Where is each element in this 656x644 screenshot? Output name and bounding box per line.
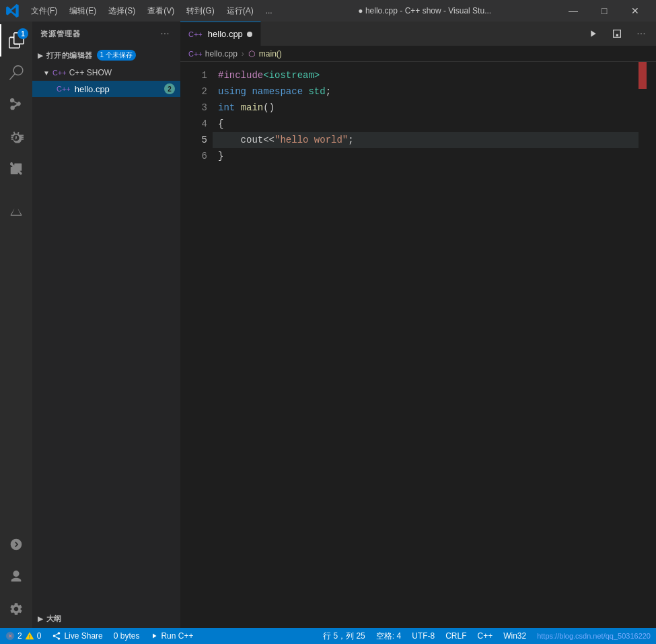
line-numbers: 1 2 3 4 5 6 bbox=[180, 62, 213, 628]
language-status[interactable]: C++ bbox=[472, 631, 498, 641]
split-editor-button[interactable] bbox=[608, 24, 626, 43]
csdn-url-status[interactable]: https://blog.csdn.net/qq_50316220 bbox=[532, 632, 656, 640]
token-semi1: ; bbox=[326, 83, 331, 100]
split-icon bbox=[612, 28, 622, 39]
token-parens: () bbox=[263, 100, 275, 116]
run-button[interactable] bbox=[583, 24, 602, 43]
outline-header[interactable]: ▶ 大纲 bbox=[32, 609, 180, 628]
line-num-6: 6 bbox=[180, 148, 207, 164]
cursor-position-status[interactable]: 行 5，列 25 bbox=[318, 631, 371, 642]
run-cpp-icon bbox=[150, 632, 158, 640]
search-icon bbox=[9, 65, 24, 80]
window-title: ● hello.cpp - C++ show - Visual Stu... bbox=[292, 6, 558, 15]
code-content[interactable]: #include<iostream> using namespace std; … bbox=[213, 62, 639, 628]
file-item-hello-cpp[interactable]: C++ hello.cpp 2 bbox=[32, 81, 180, 97]
sidebar-actions: ··· bbox=[157, 26, 172, 41]
token-string: "hello world" bbox=[275, 132, 348, 148]
filename-label: hello.cpp bbox=[75, 84, 110, 94]
editor-area: C++ hello.cpp ··· C++ bbox=[180, 22, 656, 628]
platform-status[interactable]: Win32 bbox=[498, 631, 532, 641]
code-editor[interactable]: 1 2 3 4 5 6 #include<iostream> using nam… bbox=[180, 62, 656, 628]
live-share-status[interactable]: Live Share bbox=[46, 628, 108, 644]
minimap bbox=[639, 62, 647, 628]
vscode-logo bbox=[5, 3, 20, 18]
run-cpp-status[interactable]: Run C++ bbox=[145, 628, 198, 644]
menu-more[interactable]: ... bbox=[260, 3, 278, 18]
minimize-button[interactable]: — bbox=[558, 0, 589, 22]
more-actions-button[interactable]: ··· bbox=[632, 24, 651, 43]
menu-select[interactable]: 选择(S) bbox=[103, 3, 141, 20]
line-ending-label: CRLF bbox=[445, 631, 466, 641]
activity-account[interactable] bbox=[0, 561, 32, 593]
project-header[interactable]: ▼ C++ C++ SHOW bbox=[32, 65, 180, 81]
activity-search[interactable] bbox=[0, 57, 32, 89]
token-indent bbox=[218, 132, 241, 148]
token-cout: cout bbox=[241, 132, 264, 148]
sidebar-header: 资源管理器 ··· bbox=[32, 22, 180, 46]
editor-tab-hello-cpp[interactable]: C++ hello.cpp bbox=[180, 22, 261, 46]
extensions-icon bbox=[9, 162, 24, 177]
menu-view[interactable]: 查看(V) bbox=[142, 3, 180, 20]
close-button[interactable]: ✕ bbox=[620, 0, 651, 22]
menu-run[interactable]: 运行(A) bbox=[221, 3, 259, 20]
token-space1 bbox=[246, 83, 252, 100]
tab-bar: C++ hello.cpp ··· bbox=[180, 22, 656, 46]
tab-actions: ··· bbox=[583, 22, 656, 46]
menu-goto[interactable]: 转到(G) bbox=[181, 3, 219, 20]
token-std: std bbox=[308, 83, 325, 100]
editor-scrollbar[interactable] bbox=[647, 62, 656, 628]
token-op: << bbox=[263, 132, 275, 148]
breadcrumb-file[interactable]: hello.cpp bbox=[205, 49, 238, 59]
activity-bar-bottom bbox=[0, 528, 32, 628]
token-open-brace: { bbox=[218, 116, 223, 132]
token-using: using bbox=[218, 83, 246, 100]
file-size-label: 0 bytes bbox=[114, 631, 140, 641]
breadcrumb: C++ hello.cpp › ⬡ main() bbox=[180, 46, 656, 62]
sidebar-more-icon[interactable]: ··· bbox=[157, 26, 172, 41]
activity-settings[interactable] bbox=[0, 593, 32, 625]
menu-file[interactable]: 文件(F) bbox=[26, 3, 63, 20]
debug-icon bbox=[9, 130, 24, 145]
unsaved-dot bbox=[247, 32, 252, 37]
token-close-brace: } bbox=[218, 148, 223, 164]
warning-icon bbox=[25, 631, 34, 641]
encoding-label: UTF-8 bbox=[412, 631, 435, 641]
activity-test[interactable] bbox=[0, 194, 32, 226]
errors-status[interactable]: ✕ 2 0 bbox=[0, 628, 46, 644]
activity-bar: 1 bbox=[0, 22, 32, 628]
remote-icon bbox=[9, 538, 23, 551]
encoding-status[interactable]: UTF-8 bbox=[406, 631, 440, 641]
breadcrumb-func[interactable]: main() bbox=[259, 49, 282, 59]
maximize-button[interactable]: □ bbox=[589, 0, 620, 22]
csdn-url-label: https://blog.csdn.net/qq_50316220 bbox=[537, 632, 651, 640]
activity-extensions[interactable] bbox=[0, 153, 32, 186]
activity-explorer[interactable]: 1 bbox=[0, 24, 32, 57]
open-editors-label: ▶ 打开的编辑器 1 个未保存 bbox=[38, 50, 136, 61]
line-ending-status[interactable]: CRLF bbox=[440, 631, 472, 641]
activity-debug[interactable] bbox=[0, 121, 32, 153]
breadcrumb-cpp-icon: C++ bbox=[188, 50, 203, 58]
titlebar: 文件(F) 编辑(E) 选择(S) 查看(V) 转到(G) 运行(A) ... … bbox=[0, 0, 656, 22]
breadcrumb-cube-icon: ⬡ bbox=[248, 49, 255, 59]
live-share-label: Live Share bbox=[64, 631, 102, 641]
titlebar-menu: 文件(F) 编辑(E) 选择(S) 查看(V) 转到(G) 运行(A) ... bbox=[26, 3, 292, 20]
open-editors-section[interactable]: ▶ 打开的编辑器 1 个未保存 bbox=[32, 46, 180, 65]
titlebar-controls: — □ ✕ bbox=[558, 0, 651, 22]
menu-edit[interactable]: 编辑(E) bbox=[64, 3, 102, 20]
activity-source-control[interactable] bbox=[0, 89, 32, 121]
language-label: C++ bbox=[477, 631, 493, 641]
token-int: int bbox=[218, 100, 235, 116]
file-error-badge: 2 bbox=[164, 83, 175, 94]
indentation-label: 空格: 4 bbox=[376, 631, 401, 642]
indentation-status[interactable]: 空格: 4 bbox=[371, 631, 406, 642]
flask-icon bbox=[9, 203, 24, 217]
explorer-badge: 1 bbox=[17, 28, 28, 39]
activity-remote[interactable] bbox=[0, 528, 32, 561]
token-iostream: <iostream> bbox=[263, 67, 320, 83]
chevron-right-icon: ▶ bbox=[38, 615, 44, 622]
file-size-status[interactable]: 0 bytes bbox=[108, 628, 145, 644]
tab-cpp-icon: C++ bbox=[188, 30, 203, 38]
outline-section: ▶ 大纲 bbox=[32, 609, 180, 628]
run-icon bbox=[587, 28, 598, 39]
code-line-6: } bbox=[213, 148, 639, 164]
